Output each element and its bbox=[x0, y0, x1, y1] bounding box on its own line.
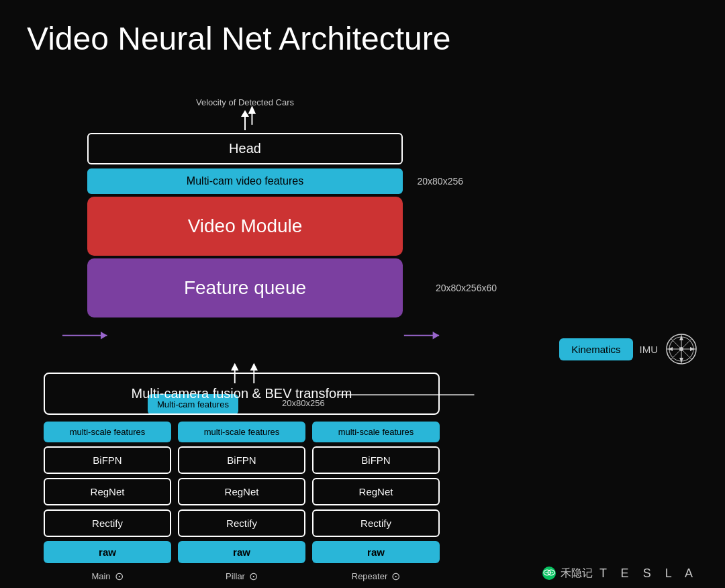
camera-label-pillar: Pillar ⊙ bbox=[178, 570, 305, 583]
svg-point-27 bbox=[549, 572, 550, 573]
multiscale-repeater: multi-scale features bbox=[312, 422, 440, 442]
camera-column-main: multi-scale features BiFPN RegNet Rectif… bbox=[44, 422, 171, 583]
multiscale-pillar: multi-scale features bbox=[178, 422, 305, 442]
svg-point-22 bbox=[542, 567, 556, 580]
head-box: Head bbox=[87, 133, 403, 164]
raw-repeater: raw bbox=[312, 541, 440, 563]
svg-marker-7 bbox=[231, 363, 238, 371]
feature-queue-box: Feature queue bbox=[87, 258, 403, 317]
svg-marker-20 bbox=[668, 347, 673, 351]
imu-label: IMU bbox=[640, 344, 659, 355]
svg-marker-5 bbox=[433, 332, 440, 339]
svg-point-17 bbox=[679, 347, 683, 351]
svg-marker-18 bbox=[679, 336, 683, 340]
camera-icon-pillar: ⊙ bbox=[249, 570, 258, 583]
svg-point-25 bbox=[545, 572, 546, 573]
raw-pillar: raw bbox=[178, 541, 305, 563]
wechat-label: 禾隐记 bbox=[561, 567, 593, 581]
multiscale-main: multi-scale features bbox=[44, 422, 171, 442]
regnet-main: RegNet bbox=[44, 478, 171, 505]
kinematics-section: Kinematics IMU bbox=[559, 332, 698, 366]
page-title: Video Neural Net Architecture bbox=[0, 0, 725, 70]
raw-main: raw bbox=[44, 541, 171, 563]
bifpn-main: BiFPN bbox=[44, 446, 171, 474]
camera-icon-repeater: ⊙ bbox=[391, 570, 400, 583]
camera-label-main: Main ⊙ bbox=[44, 570, 171, 583]
camera-column-repeater: multi-scale features BiFPN RegNet Rectif… bbox=[312, 422, 440, 583]
bifpn-repeater: BiFPN bbox=[312, 446, 440, 474]
dim-20x80x256-label: 20x80x256 bbox=[417, 176, 463, 187]
camera-icon-main: ⊙ bbox=[115, 570, 124, 583]
fusion-box: Multi-camera fusion & BEV transform bbox=[44, 373, 440, 415]
svg-point-28 bbox=[551, 572, 552, 573]
svg-marker-9 bbox=[250, 363, 258, 371]
kinematics-box: Kinematics bbox=[559, 338, 632, 360]
velocity-label: Velocity of Detected Cars bbox=[87, 97, 403, 107]
regnet-repeater: RegNet bbox=[312, 478, 440, 505]
rectify-main: Rectify bbox=[44, 509, 171, 537]
dim-feature-queue-label: 20x80x256x60 bbox=[436, 283, 497, 293]
svg-marker-21 bbox=[690, 347, 695, 351]
svg-marker-19 bbox=[679, 358, 683, 362]
wechat-brand: 禾隐记 bbox=[542, 566, 593, 581]
wechat-icon bbox=[542, 566, 557, 581]
compass-icon bbox=[665, 332, 698, 366]
svg-point-26 bbox=[547, 572, 548, 573]
camera-name-main: Main bbox=[91, 571, 110, 581]
camera-name-pillar: Pillar bbox=[226, 571, 245, 581]
bifpn-pillar: BiFPN bbox=[178, 446, 305, 474]
svg-marker-3 bbox=[101, 332, 107, 339]
rectify-repeater: Rectify bbox=[312, 509, 440, 537]
video-module-box: Video Module bbox=[87, 197, 403, 256]
camera-label-repeater: Repeater ⊙ bbox=[312, 570, 440, 583]
tesla-branding: 禾隐记 T E S L A bbox=[542, 566, 698, 581]
camera-name-repeater: Repeater bbox=[352, 571, 387, 581]
regnet-pillar: RegNet bbox=[178, 478, 305, 505]
camera-column-pillar: multi-scale features BiFPN RegNet Rectif… bbox=[178, 422, 305, 583]
rectify-pillar: Rectify bbox=[178, 509, 305, 537]
tesla-text: T E S L A bbox=[599, 567, 698, 581]
multicam-video-box: Multi-cam video features bbox=[87, 168, 403, 194]
